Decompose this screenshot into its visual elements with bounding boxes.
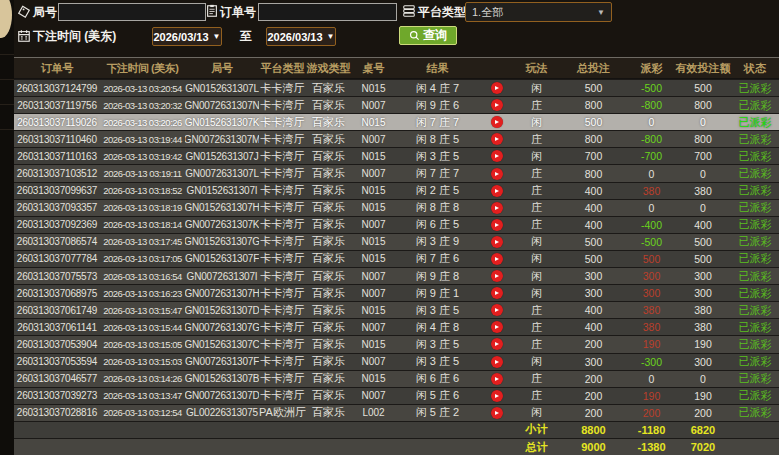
table-row[interactable]: 2603130370689752026-03-13 03:16:23GN0072… [14,284,779,301]
payout: 190 [628,336,675,352]
table-row[interactable]: 2603130370617492026-03-13 03:15:47GN0152… [14,301,779,318]
date-to-picker[interactable]: 2026/03/13 ▼ [266,27,336,46]
payout: 300 [628,285,675,301]
platform-type: 卡卡湾厅 [259,268,306,284]
empty-cell [306,422,351,438]
table-number: N007 [351,131,396,147]
query-button[interactable]: 查询 [399,26,457,45]
platform-type: 卡卡湾厅 [259,217,306,233]
bet-time: 2026-03-13 03:18:52 [100,183,185,199]
replay-play-icon[interactable] [491,390,503,402]
table-row[interactable]: 2603130370777842026-03-13 03:17:05GN0152… [14,250,779,267]
result: 闲 3 庄 5 [396,354,479,370]
order-number: 260313037110460 [14,131,100,147]
table-rows: 2603130371247992026-03-13 03:20:54GN0152… [14,79,779,455]
total-bet: 200 [559,371,628,387]
replay-play-icon[interactable] [491,219,503,231]
replay-play-icon[interactable] [491,407,503,419]
table-row[interactable]: 2603130370465772026-03-13 03:14:26GN0152… [14,370,779,387]
table-row[interactable]: 2603130370535942026-03-13 03:15:03GN0072… [14,353,779,370]
replay-play-icon[interactable] [491,270,503,282]
table-row[interactable]: 2603130370611412026-03-13 03:15:44GN0072… [14,318,779,335]
status-badge: 已派彩 [731,251,779,267]
table-row[interactable]: 2603130370996372026-03-13 03:18:52GN0152… [14,182,779,199]
column-header-bet-time: 下注时间 (美东) [100,58,185,78]
table-row[interactable]: 2603130371247992026-03-13 03:20:54GN0152… [14,79,779,96]
platform-type: 卡卡湾厅 [259,148,306,164]
game-type: 百家乐 [306,114,351,130]
replay-play-icon[interactable] [491,236,503,248]
round-number-input[interactable] [58,3,206,21]
valid-bet-amount: 380 [675,183,731,199]
game-type: 百家乐 [306,268,351,284]
payout: 380 [628,319,675,335]
replay-cell [479,217,514,233]
table-number: N007 [351,388,396,404]
table-row[interactable]: 2603130371035122026-03-13 03:19:11GN0072… [14,164,779,181]
table-row[interactable]: 2603130370392732026-03-13 03:13:47GN0072… [14,387,779,404]
result: 闲 8 庄 5 [396,131,479,147]
table-row[interactable]: 2603130370923692026-03-13 03:18:14GN0072… [14,216,779,233]
replay-play-icon[interactable] [491,321,503,333]
table-number: N007 [351,354,396,370]
column-header-table-number: 桌号 [351,58,396,78]
table-number: N015 [351,251,396,267]
order-number: 260313037093357 [14,200,100,216]
valid-bet-amount: 500 [675,234,731,250]
total-bet: 400 [559,217,628,233]
valid-bet-amount: 200 [675,405,731,421]
order-number: 260313037124799 [14,80,100,96]
replay-play-icon[interactable] [491,338,503,350]
table-row[interactable]: 2603130371197562026-03-13 03:20:32GN0072… [14,96,779,113]
play-type: 庄 [514,336,559,352]
result: 闲 6 庄 6 [396,371,479,387]
table-row[interactable]: 2603130371101632026-03-13 03:19:42GN0152… [14,147,779,164]
replay-play-icon[interactable] [491,99,503,111]
total-bet: 500 [559,251,628,267]
round-number: GL00226313075 [185,405,259,421]
replay-play-icon[interactable] [491,133,503,145]
replay-play-icon[interactable] [491,82,503,94]
table-row[interactable]: 2603130370288162026-03-13 03:12:54GL0022… [14,404,779,421]
table-row[interactable]: 2603130370865742026-03-13 03:17:45GN0152… [14,233,779,250]
order-number: 260313037077784 [14,251,100,267]
table-row[interactable]: 2603130370539042026-03-13 03:15:05GN0152… [14,335,779,352]
replay-play-icon[interactable] [491,253,503,265]
game-type: 百家乐 [306,183,351,199]
table-row[interactable]: 2603130371104602026-03-13 03:19:44GN0072… [14,130,779,147]
payout: -800 [628,97,675,113]
replay-play-icon[interactable] [491,287,503,299]
table-row[interactable]: 2603130370933572026-03-13 03:18:19GN0152… [14,199,779,216]
empty-cell [351,439,396,455]
status-badge: 已派彩 [731,354,779,370]
replay-play-icon[interactable] [491,185,503,197]
replay-play-icon[interactable] [491,116,503,128]
replay-cell [479,354,514,370]
platform-type-select[interactable]: 1.全部 ▼ [465,2,612,22]
play-type: 庄 [514,131,559,147]
replay-play-icon[interactable] [491,373,503,385]
status-badge: 已派彩 [731,268,779,284]
replay-play-icon[interactable] [491,202,503,214]
search-icon [409,30,420,41]
summary-payout: -1180 [628,422,675,438]
table-number: L002 [351,405,396,421]
game-type: 百家乐 [306,336,351,352]
replay-play-icon[interactable] [491,168,503,180]
platform-type: 卡卡湾厅 [259,388,306,404]
order-number-input[interactable] [258,3,397,21]
replay-play-icon[interactable] [491,150,503,162]
valid-bet-amount: 0 [675,371,731,387]
replay-cell [479,268,514,284]
date-to-value: 2026/03/13 [268,31,323,43]
result: 闲 7 庄 7 [396,165,479,181]
table-row-selected[interactable]: 2603130371190262026-03-13 03:20:26GN0152… [14,113,779,130]
replay-play-icon[interactable] [491,304,503,316]
payout: 0 [628,114,675,130]
table-number: N015 [351,183,396,199]
date-from-value: 2026/03/13 [154,31,209,43]
date-from-picker[interactable]: 2026/03/13 ▼ [152,27,222,46]
table-row[interactable]: 2603130370755732026-03-13 03:16:54GN0072… [14,267,779,284]
replay-cell [479,302,514,318]
replay-play-icon[interactable] [491,356,503,368]
